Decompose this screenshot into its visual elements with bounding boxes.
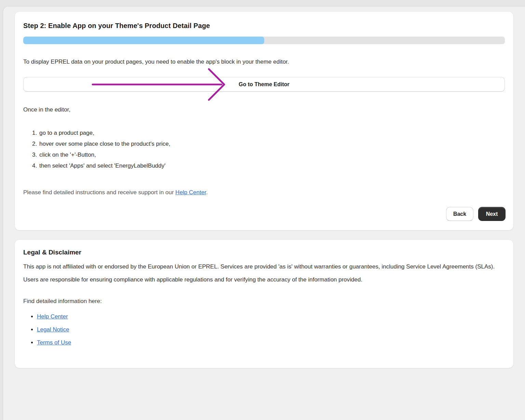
legal-paragraph: Users are responsible for ensuring compl… xyxy=(23,274,505,285)
support-text-after: . xyxy=(206,189,208,196)
instruction-item: then select 'Apps' and select 'EnergyLab… xyxy=(39,160,505,171)
progress-bar xyxy=(23,37,505,44)
wizard-buttons: Back Next xyxy=(446,207,506,221)
terms-of-use-link[interactable]: Terms of Use xyxy=(37,339,71,346)
intro-text: To display EPREL data on your product pa… xyxy=(23,58,505,65)
instruction-item: go to a product page, xyxy=(39,128,505,139)
legal-paragraph: This app is not affiliated with or endor… xyxy=(23,261,505,272)
page-background: Step 2: Enable App on your Theme's Produ… xyxy=(3,6,525,420)
legal-card: Legal & Disclaimer This app is not affil… xyxy=(15,240,513,368)
list-item: Legal Notice xyxy=(37,323,505,336)
instruction-item: hover over some place close to the produ… xyxy=(39,139,505,149)
support-text: Please find detailed instructions and re… xyxy=(23,189,505,196)
next-button[interactable]: Next xyxy=(478,207,506,221)
links-intro-text: Find detailed information here: xyxy=(23,298,505,305)
list-item: Help Center xyxy=(37,310,505,323)
list-item: Terms of Use xyxy=(37,336,505,349)
editor-intro-text: Once in the editor, xyxy=(23,106,505,113)
legal-title: Legal & Disclaimer xyxy=(23,249,505,256)
instruction-list: go to a product page, hover over some pl… xyxy=(31,128,505,171)
go-to-theme-editor-button[interactable]: Go to Theme Editor xyxy=(23,77,505,92)
legal-notice-link[interactable]: Legal Notice xyxy=(37,326,69,333)
instruction-item: click on the '+'-Button, xyxy=(39,149,505,160)
back-button[interactable]: Back xyxy=(446,207,473,221)
help-center-link[interactable]: Help Center xyxy=(175,189,206,196)
support-text-before: Please find detailed instructions and re… xyxy=(23,189,175,196)
editor-button-row: Go to Theme Editor xyxy=(23,77,505,92)
progress-fill xyxy=(23,37,264,44)
links-list: Help Center Legal Notice Terms of Use xyxy=(31,310,505,349)
help-center-link[interactable]: Help Center xyxy=(37,313,68,320)
step-card: Step 2: Enable App on your Theme's Produ… xyxy=(15,12,513,230)
step-title: Step 2: Enable App on your Theme's Produ… xyxy=(23,22,505,30)
